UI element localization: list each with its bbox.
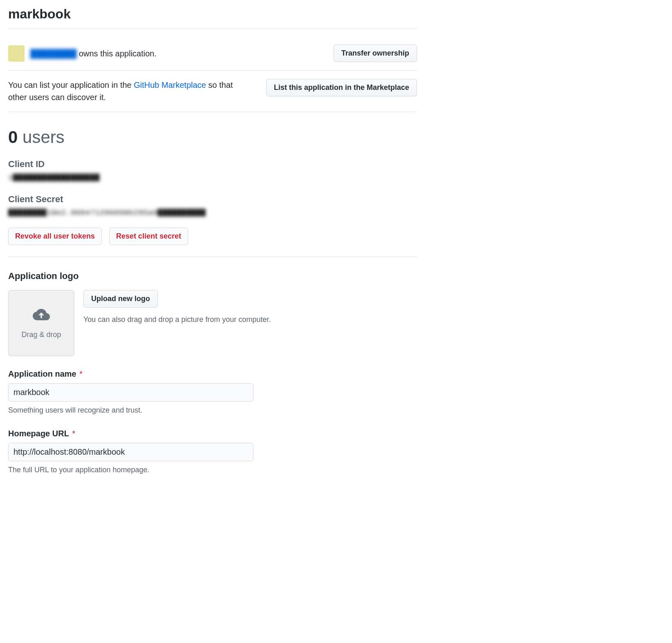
owner-link[interactable]: ████████: [30, 49, 76, 58]
logo-row: Drag & drop Upload new logo You can also…: [8, 290, 417, 356]
list-in-marketplace-button[interactable]: List this application in the Marketplace: [266, 79, 417, 96]
reset-client-secret-button[interactable]: Reset client secret: [109, 228, 188, 245]
upload-column: Upload new logo You can also drag and dr…: [83, 290, 271, 325]
transfer-ownership-button[interactable]: Transfer ownership: [334, 45, 417, 62]
client-id-block: Client ID 1██████████████████: [8, 157, 417, 183]
client-secret-label: Client Secret: [8, 192, 417, 206]
homepage-url-label-text: Homepage URL: [8, 429, 69, 438]
cloud-upload-icon: [33, 306, 50, 329]
marketplace-text: You can list your application in the Git…: [8, 79, 253, 103]
dropzone-label: Drag & drop: [21, 329, 61, 340]
homepage-url-label: Homepage URL *: [8, 427, 417, 440]
upload-logo-button[interactable]: Upload new logo: [83, 290, 158, 308]
app-title: markbook: [8, 4, 417, 29]
client-id-value: 1██████████████████: [8, 172, 417, 183]
application-name-label: Application name *: [8, 368, 417, 380]
homepage-url-hint: The full URL to your application homepag…: [8, 464, 417, 476]
required-asterisk: *: [77, 369, 83, 378]
owner-section: ████████ owns this application. Transfer…: [8, 36, 417, 71]
homepage-url-group: Homepage URL * The full URL to your appl…: [8, 427, 417, 476]
owner-owns-label: owns this application.: [79, 49, 157, 58]
application-name-input[interactable]: [8, 383, 253, 402]
application-name-hint: Something users will recognize and trust…: [8, 405, 417, 416]
user-label: users: [22, 127, 65, 147]
upload-hint: You can also drag and drop a picture fro…: [83, 314, 271, 325]
application-name-label-text: Application name: [8, 369, 76, 378]
danger-actions: Revoke all user tokens Reset client secr…: [8, 228, 417, 257]
logo-heading: Application logo: [8, 269, 417, 283]
marketplace-section: You can list your application in the Git…: [8, 71, 417, 112]
owner-avatar: [8, 45, 25, 62]
users-heading: 0 users: [8, 124, 417, 150]
homepage-url-input[interactable]: [8, 443, 253, 461]
required-asterisk: *: [70, 429, 75, 438]
application-name-group: Application name * Something users will …: [8, 368, 417, 416]
user-count: 0: [8, 127, 18, 147]
logo-dropzone[interactable]: Drag & drop: [8, 290, 74, 356]
revoke-tokens-button[interactable]: Revoke all user tokens: [8, 228, 102, 245]
owner-text: ████████ owns this application.: [30, 47, 157, 60]
marketplace-link[interactable]: GitHub Marketplace: [134, 80, 206, 89]
client-id-label: Client ID: [8, 157, 417, 171]
marketplace-text-pre: You can list your application in the: [8, 80, 134, 89]
client-secret-block: Client Secret ████████18e2.060471206098b…: [8, 192, 417, 219]
client-secret-value: ████████18e2.060471206098b295a9█████████…: [8, 208, 417, 219]
